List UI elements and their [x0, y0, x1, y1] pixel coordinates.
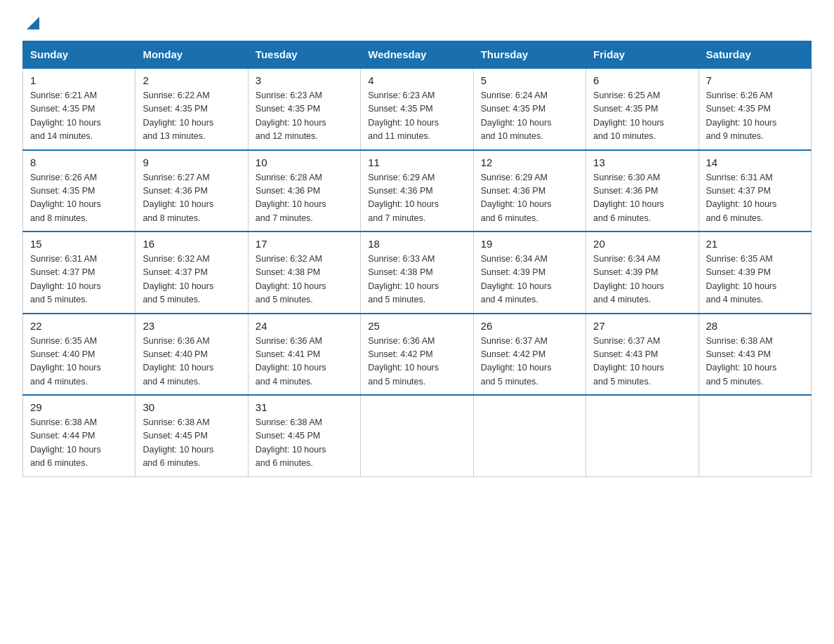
- calendar-cell: [699, 395, 811, 476]
- day-number: 8: [30, 156, 128, 168]
- day-number: 4: [368, 74, 465, 86]
- calendar-cell: 5 Sunrise: 6:24 AMSunset: 4:35 PMDayligh…: [473, 68, 585, 150]
- day-number: 12: [481, 156, 578, 168]
- calendar-cell: 11 Sunrise: 6:29 AMSunset: 4:36 PMDaylig…: [361, 150, 473, 232]
- calendar-cell: 9 Sunrise: 6:27 AMSunset: 4:36 PMDayligh…: [135, 150, 248, 232]
- day-number: 1: [30, 74, 128, 86]
- day-info: Sunrise: 6:29 AMSunset: 4:36 PMDaylight:…: [368, 173, 439, 223]
- calendar-cell: 19 Sunrise: 6:34 AMSunset: 4:39 PMDaylig…: [473, 232, 585, 314]
- svg-marker-0: [27, 17, 39, 29]
- day-info: Sunrise: 6:22 AMSunset: 4:35 PMDaylight:…: [143, 90, 213, 141]
- day-number: 6: [593, 74, 691, 86]
- calendar-cell: 31 Sunrise: 6:38 AMSunset: 4:45 PMDaylig…: [248, 395, 360, 476]
- calendar-cell: 13 Sunrise: 6:30 AMSunset: 4:36 PMDaylig…: [586, 150, 699, 232]
- calendar-cell: 26 Sunrise: 6:37 AMSunset: 4:42 PMDaylig…: [473, 314, 585, 396]
- calendar-cell: 29 Sunrise: 6:38 AMSunset: 4:44 PMDaylig…: [23, 395, 135, 476]
- day-number: 30: [143, 401, 240, 413]
- day-number: 28: [706, 320, 804, 332]
- day-number: 9: [143, 156, 240, 168]
- day-info: Sunrise: 6:23 AMSunset: 4:35 PMDaylight:…: [368, 90, 439, 141]
- calendar-cell: 27 Sunrise: 6:37 AMSunset: 4:43 PMDaylig…: [586, 314, 699, 396]
- day-info: Sunrise: 6:34 AMSunset: 4:39 PMDaylight:…: [481, 254, 552, 304]
- day-number: 10: [256, 156, 353, 168]
- weekday-header-row: SundayMondayTuesdayWednesdayThursdayFrid…: [23, 41, 812, 69]
- calendar-cell: 10 Sunrise: 6:28 AMSunset: 4:36 PMDaylig…: [248, 150, 360, 232]
- day-info: Sunrise: 6:31 AMSunset: 4:37 PMDaylight:…: [706, 173, 777, 223]
- weekday-header-sunday: Sunday: [23, 41, 135, 69]
- day-info: Sunrise: 6:38 AMSunset: 4:44 PMDaylight:…: [30, 417, 101, 468]
- calendar-cell: 15 Sunrise: 6:31 AMSunset: 4:37 PMDaylig…: [23, 232, 135, 314]
- day-info: Sunrise: 6:36 AMSunset: 4:42 PMDaylight:…: [368, 336, 439, 387]
- day-info: Sunrise: 6:32 AMSunset: 4:37 PMDaylight:…: [143, 254, 213, 304]
- day-number: 3: [256, 74, 353, 86]
- day-number: 20: [593, 238, 691, 250]
- day-info: Sunrise: 6:28 AMSunset: 4:36 PMDaylight:…: [256, 173, 326, 223]
- day-number: 26: [481, 320, 578, 332]
- day-number: 18: [368, 238, 465, 250]
- day-info: Sunrise: 6:32 AMSunset: 4:38 PMDaylight:…: [256, 254, 326, 304]
- day-info: Sunrise: 6:34 AMSunset: 4:39 PMDaylight:…: [593, 254, 664, 304]
- calendar-cell: 18 Sunrise: 6:33 AMSunset: 4:38 PMDaylig…: [361, 232, 473, 314]
- day-number: 5: [481, 74, 578, 86]
- day-number: 11: [368, 156, 465, 168]
- calendar-cell: [361, 395, 473, 476]
- week-row-4: 22 Sunrise: 6:35 AMSunset: 4:40 PMDaylig…: [23, 314, 812, 396]
- calendar-cell: 3 Sunrise: 6:23 AMSunset: 4:35 PMDayligh…: [248, 68, 360, 150]
- day-info: Sunrise: 6:23 AMSunset: 4:35 PMDaylight:…: [256, 90, 326, 141]
- calendar-table: SundayMondayTuesdayWednesdayThursdayFrid…: [22, 41, 812, 477]
- day-info: Sunrise: 6:29 AMSunset: 4:36 PMDaylight:…: [481, 173, 552, 223]
- day-number: 2: [143, 74, 240, 86]
- day-number: 13: [593, 156, 691, 168]
- weekday-header-wednesday: Wednesday: [361, 41, 473, 69]
- calendar-cell: 6 Sunrise: 6:25 AMSunset: 4:35 PMDayligh…: [586, 68, 699, 150]
- weekday-header-monday: Monday: [135, 41, 248, 69]
- calendar-cell: [586, 395, 699, 476]
- day-number: 24: [256, 320, 353, 332]
- day-number: 7: [706, 74, 804, 86]
- day-info: Sunrise: 6:33 AMSunset: 4:38 PMDaylight:…: [368, 254, 439, 304]
- day-info: Sunrise: 6:38 AMSunset: 4:45 PMDaylight:…: [143, 417, 213, 468]
- page-header: [22, 17, 812, 29]
- logo-triangle-icon: [27, 17, 39, 29]
- calendar-cell: 28 Sunrise: 6:38 AMSunset: 4:43 PMDaylig…: [699, 314, 811, 396]
- day-info: Sunrise: 6:24 AMSunset: 4:35 PMDaylight:…: [481, 90, 552, 141]
- calendar-cell: [473, 395, 585, 476]
- day-number: 16: [143, 238, 240, 250]
- day-number: 19: [481, 238, 578, 250]
- calendar-cell: 4 Sunrise: 6:23 AMSunset: 4:35 PMDayligh…: [361, 68, 473, 150]
- week-row-3: 15 Sunrise: 6:31 AMSunset: 4:37 PMDaylig…: [23, 232, 812, 314]
- weekday-header-tuesday: Tuesday: [248, 41, 360, 69]
- day-number: 17: [256, 238, 353, 250]
- calendar-cell: 20 Sunrise: 6:34 AMSunset: 4:39 PMDaylig…: [586, 232, 699, 314]
- calendar-cell: 25 Sunrise: 6:36 AMSunset: 4:42 PMDaylig…: [361, 314, 473, 396]
- calendar-cell: 30 Sunrise: 6:38 AMSunset: 4:45 PMDaylig…: [135, 395, 248, 476]
- calendar-cell: 14 Sunrise: 6:31 AMSunset: 4:37 PMDaylig…: [699, 150, 811, 232]
- calendar-cell: 2 Sunrise: 6:22 AMSunset: 4:35 PMDayligh…: [135, 68, 248, 150]
- day-number: 15: [30, 238, 128, 250]
- day-info: Sunrise: 6:31 AMSunset: 4:37 PMDaylight:…: [30, 254, 101, 304]
- week-row-2: 8 Sunrise: 6:26 AMSunset: 4:35 PMDayligh…: [23, 150, 812, 232]
- day-number: 21: [706, 238, 804, 250]
- week-row-1: 1 Sunrise: 6:21 AMSunset: 4:35 PMDayligh…: [23, 68, 812, 150]
- day-number: 31: [256, 401, 353, 413]
- logo: [22, 17, 39, 29]
- day-info: Sunrise: 6:35 AMSunset: 4:39 PMDaylight:…: [706, 254, 777, 304]
- day-number: 29: [30, 401, 128, 413]
- week-row-5: 29 Sunrise: 6:38 AMSunset: 4:44 PMDaylig…: [23, 395, 812, 476]
- calendar-cell: 7 Sunrise: 6:26 AMSunset: 4:35 PMDayligh…: [699, 68, 811, 150]
- day-info: Sunrise: 6:37 AMSunset: 4:42 PMDaylight:…: [481, 336, 552, 387]
- weekday-header-saturday: Saturday: [699, 41, 811, 69]
- day-number: 27: [593, 320, 691, 332]
- calendar-cell: 22 Sunrise: 6:35 AMSunset: 4:40 PMDaylig…: [23, 314, 135, 396]
- day-info: Sunrise: 6:38 AMSunset: 4:45 PMDaylight:…: [256, 417, 326, 468]
- calendar-cell: 17 Sunrise: 6:32 AMSunset: 4:38 PMDaylig…: [248, 232, 360, 314]
- day-number: 14: [706, 156, 804, 168]
- calendar-cell: 12 Sunrise: 6:29 AMSunset: 4:36 PMDaylig…: [473, 150, 585, 232]
- day-info: Sunrise: 6:25 AMSunset: 4:35 PMDaylight:…: [593, 90, 664, 141]
- calendar-cell: 8 Sunrise: 6:26 AMSunset: 4:35 PMDayligh…: [23, 150, 135, 232]
- day-info: Sunrise: 6:30 AMSunset: 4:36 PMDaylight:…: [593, 173, 664, 223]
- day-info: Sunrise: 6:36 AMSunset: 4:41 PMDaylight:…: [256, 336, 326, 387]
- calendar-cell: 16 Sunrise: 6:32 AMSunset: 4:37 PMDaylig…: [135, 232, 248, 314]
- day-info: Sunrise: 6:26 AMSunset: 4:35 PMDaylight:…: [706, 90, 777, 141]
- day-info: Sunrise: 6:26 AMSunset: 4:35 PMDaylight:…: [30, 173, 101, 223]
